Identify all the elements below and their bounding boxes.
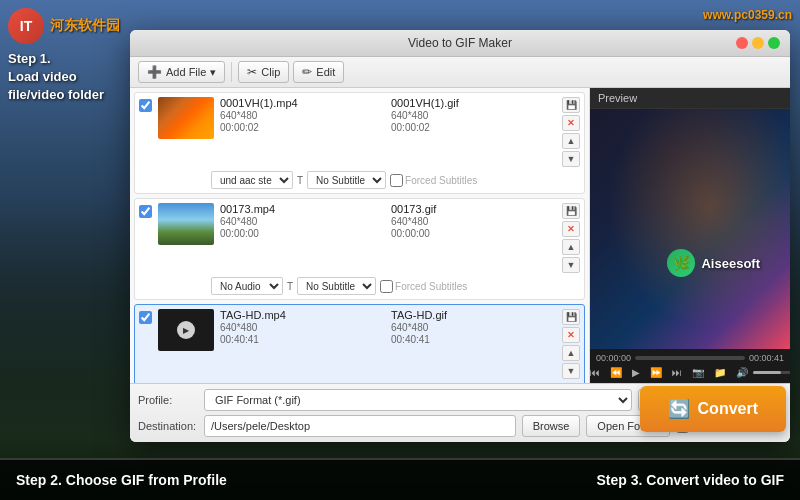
forced-subtitle-1[interactable]: Forced Subtitles [390, 174, 477, 187]
aiseesoft-icon: 🌿 [667, 249, 695, 277]
play-icon: ▶ [177, 321, 195, 339]
screenshot-button[interactable]: 📷 [689, 366, 707, 379]
aiseesoft-brand: Aiseesoft [701, 256, 760, 271]
file-dst-name-1: 0001VH(1).gif [391, 97, 554, 109]
file-src-name-3: TAG-HD.mp4 [220, 309, 383, 321]
volume-bar[interactable] [753, 371, 790, 374]
step3-label: Step 3. Convert video to GIF [390, 458, 800, 500]
file-dst-name-2: 00173.gif [391, 203, 554, 215]
file-row-top: 0001VH(1).mp4 640*480 00:00:02 0001VH(1)… [139, 97, 580, 167]
preview-overlay [590, 109, 790, 349]
watermark-url: www.pc0359.cn [703, 8, 792, 22]
convert-icon: 🔄 [668, 398, 690, 420]
file-up-1[interactable]: ▲ [562, 133, 580, 149]
file-row-bottom-1: und aac ste T No Subtitle Forced Subtitl… [211, 171, 580, 189]
watermark-icon: IT [8, 8, 44, 44]
preview-label: Preview [590, 88, 790, 109]
file-checkbox-1[interactable] [139, 99, 152, 112]
file-down-3[interactable]: ▼ [562, 363, 580, 379]
file-delete-2[interactable]: ✕ [562, 221, 580, 237]
file-delete-3[interactable]: ✕ [562, 327, 580, 343]
file-dst-name-3: TAG-HD.gif [391, 309, 554, 321]
file-dst-size-2: 640*480 [391, 216, 554, 227]
file-src-size-3: 640*480 [220, 322, 383, 333]
file-src-name-1: 0001VH(1).mp4 [220, 97, 383, 109]
audio-select-1[interactable]: und aac ste [211, 171, 293, 189]
main-content: 0001VH(1).mp4 640*480 00:00:02 0001VH(1)… [130, 88, 790, 383]
profile-label: Profile: [138, 394, 198, 406]
file-save-1[interactable]: 💾 [562, 97, 580, 113]
file-row-top-2: 00173.mp4 640*480 00:00:00 00173.gif 640… [139, 203, 580, 273]
aiseesoft-logo: 🌿 Aiseesoft [667, 249, 760, 277]
timeline-time-start: 00:00:00 [596, 353, 631, 363]
watermark-logo-area: IT 河东软件园 [8, 8, 120, 44]
destination-input[interactable] [204, 415, 516, 437]
file-thumbnail-3: ▶ [158, 309, 214, 351]
title-bar: Video to GIF Maker [130, 30, 790, 57]
file-down-1[interactable]: ▼ [562, 151, 580, 167]
preview-video: 🌿 Aiseesoft [590, 109, 790, 349]
close-button[interactable] [736, 37, 748, 49]
window-controls [736, 37, 780, 49]
file-dst-time-2: 00:00:00 [391, 228, 554, 239]
step1-label: Step 1. Load video file/video folder [8, 50, 104, 105]
file-dst-time-3: 00:40:41 [391, 334, 554, 345]
step-back-button[interactable]: ⏪ [607, 366, 625, 379]
play-pause-button[interactable]: ▶ [629, 366, 643, 379]
folder-button[interactable]: 📁 [711, 366, 729, 379]
audio-select-2[interactable]: No Audio [211, 277, 283, 295]
minimize-button[interactable] [752, 37, 764, 49]
file-dst-time-1: 00:00:02 [391, 122, 554, 133]
file-save-3[interactable]: 💾 [562, 309, 580, 325]
subtitle-select-1[interactable]: No Subtitle [307, 171, 386, 189]
file-delete-1[interactable]: ✕ [562, 115, 580, 131]
file-dst-size-1: 640*480 [391, 110, 554, 121]
add-file-button[interactable]: ➕ Add File ▾ [138, 61, 225, 83]
file-src-time-1: 00:00:02 [220, 122, 383, 133]
timeline-time-end: 00:00:41 [749, 353, 784, 363]
file-row: 0001VH(1).mp4 640*480 00:00:02 0001VH(1)… [134, 92, 585, 194]
step2-label: Step 2. Choose GIF from Profile [0, 458, 390, 500]
edit-button[interactable]: ✏ Edit [293, 61, 344, 83]
toolbar-separator [231, 62, 232, 82]
clip-icon: ✂ [247, 65, 257, 79]
browse-button[interactable]: Browse [522, 415, 581, 437]
file-save-2[interactable]: 💾 [562, 203, 580, 219]
file-dst-size-3: 640*480 [391, 322, 554, 333]
file-row-top-3: ▶ TAG-HD.mp4 640*480 00:40:41 TAG-HD.gif… [139, 309, 580, 379]
forced-subtitle-2[interactable]: Forced Subtitles [380, 280, 467, 293]
convert-button[interactable]: 🔄 Convert [640, 386, 786, 432]
profile-select[interactable]: GIF Format (*.gif) [204, 389, 632, 411]
timeline-controls: ⏮ ⏪ ▶ ⏩ ⏭ 📷 📁 🔊 [596, 366, 784, 379]
file-down-2[interactable]: ▼ [562, 257, 580, 273]
file-thumbnail-2 [158, 203, 214, 245]
skip-end-button[interactable]: ⏭ [669, 366, 685, 379]
watermark-brand: 河东软件园 [50, 17, 120, 35]
step-forward-button[interactable]: ⏩ [647, 366, 665, 379]
file-row-3: ▶ TAG-HD.mp4 640*480 00:40:41 TAG-HD.gif… [134, 304, 585, 383]
file-up-3[interactable]: ▲ [562, 345, 580, 361]
timeline-bar[interactable] [635, 356, 745, 360]
file-row-2: 00173.mp4 640*480 00:00:00 00173.gif 640… [134, 198, 585, 300]
file-info-3: TAG-HD.mp4 640*480 00:40:41 TAG-HD.gif 6… [220, 309, 580, 379]
convert-button-container: 🔄 Convert [640, 386, 786, 432]
skip-start-button[interactable]: ⏮ [587, 366, 603, 379]
volume-icon[interactable]: 🔊 [733, 366, 751, 379]
file-thumbnail-1 [158, 97, 214, 139]
app-window: Video to GIF Maker ➕ Add File ▾ ✂ Clip ✏… [130, 30, 790, 442]
preview-panel: Preview 🌿 Aiseesoft 00:00:00 00:00:41 ⏮ [590, 88, 790, 383]
clip-button[interactable]: ✂ Clip [238, 61, 289, 83]
window-title: Video to GIF Maker [408, 36, 512, 50]
subtitle-select-2[interactable]: No Subtitle [297, 277, 376, 295]
volume-level [753, 371, 781, 374]
file-up-2[interactable]: ▲ [562, 239, 580, 255]
maximize-button[interactable] [768, 37, 780, 49]
file-src-time-2: 00:00:00 [220, 228, 383, 239]
destination-label: Destination: [138, 420, 198, 432]
file-src-size-2: 640*480 [220, 216, 383, 227]
file-list-panel[interactable]: 0001VH(1).mp4 640*480 00:00:02 0001VH(1)… [130, 88, 590, 383]
file-src-time-3: 00:40:41 [220, 334, 383, 345]
file-checkbox-2[interactable] [139, 205, 152, 218]
file-checkbox-3[interactable] [139, 311, 152, 324]
file-src-size-1: 640*480 [220, 110, 383, 121]
